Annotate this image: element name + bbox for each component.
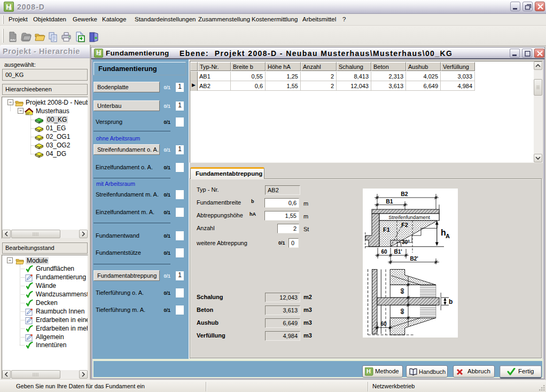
svg-text:B2: B2 xyxy=(401,191,408,197)
svg-text:B2': B2' xyxy=(410,256,418,262)
svg-text:Streifenfundament: Streifenfundament xyxy=(388,214,430,220)
svg-text:60: 60 xyxy=(381,249,387,255)
svg-text:A: A xyxy=(446,233,450,239)
svg-text:B1': B1' xyxy=(394,249,402,255)
svg-text:60: 60 xyxy=(399,309,405,315)
svg-text:b: b xyxy=(449,298,453,305)
svg-text:60: 60 xyxy=(380,321,387,327)
svg-text:F2: F2 xyxy=(401,222,408,228)
svg-text:B1: B1 xyxy=(386,198,393,205)
svg-text:60: 60 xyxy=(399,288,405,294)
svg-text:F1: F1 xyxy=(383,226,390,233)
svg-text:H: H xyxy=(366,368,371,374)
